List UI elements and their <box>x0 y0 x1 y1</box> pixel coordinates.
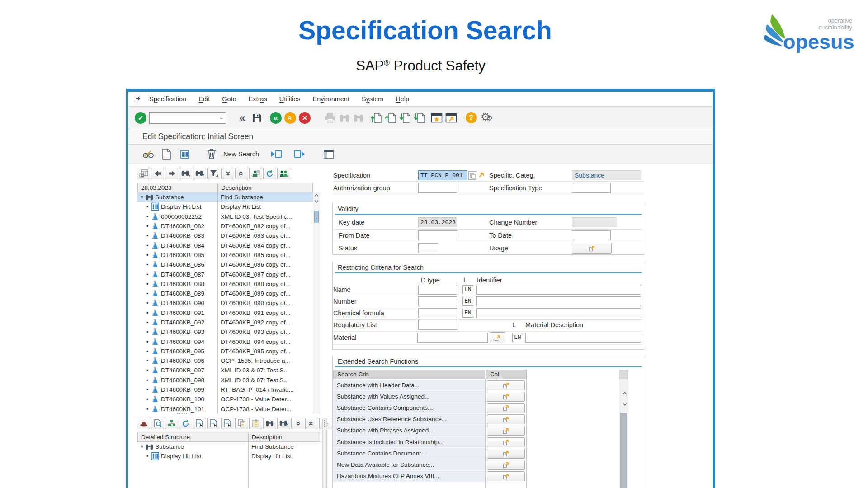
tree-row-display-hit-list[interactable]: •Display Hit ListDisplay Hit List <box>137 451 320 461</box>
org-tree-button[interactable] <box>165 418 178 429</box>
chemical-formula-identifier-field[interactable] <box>476 308 641 318</box>
ext-call-button-5[interactable] <box>487 437 525 447</box>
person-badge-button[interactable] <box>249 168 262 179</box>
doc-cursor3-button[interactable] <box>221 418 234 429</box>
tree-row-substance[interactable]: ∨SubstanceFind Substance <box>137 442 320 451</box>
arrow-left-button[interactable] <box>151 168 164 179</box>
first-page-icon[interactable] <box>370 112 382 124</box>
find-next-blue-button[interactable] <box>277 418 290 429</box>
find-icon[interactable] <box>338 112 351 124</box>
exec-next-icon[interactable] <box>293 148 306 160</box>
tree-row-dt4600kb-084[interactable]: •DT4600KB_084DT4600KB_084 copy of... <box>137 240 313 250</box>
tree-row-dt4600kb-090[interactable]: •DT4600KB_090DT4600KB_090 copy of... <box>137 298 313 308</box>
hit-tree-scrollbar[interactable] <box>313 192 320 414</box>
chevrons-down-button[interactable]: « <box>291 418 304 429</box>
chemical-formula-lang-field[interactable]: EN <box>462 309 473 318</box>
tree-row-dt4600kb-097[interactable]: •DT4600KB_097XML ID 03 & 07: Test S... <box>137 366 313 375</box>
system-menu-icon[interactable] <box>134 96 142 102</box>
ext-call-button-4[interactable] <box>487 426 525 436</box>
extended-scroll-up[interactable] <box>622 390 628 396</box>
menu-environment[interactable]: Environment <box>313 95 349 103</box>
tree-row-dt4600kb-101[interactable]: •DT4600KB_101OCP-1738 - Value Deter... <box>137 404 313 414</box>
tree-row-000000002252[interactable]: •000000002252XML ID 03: Test Specific... <box>137 212 313 221</box>
panel-splitter[interactable]: •••• <box>322 418 327 488</box>
hit-tree-col-date[interactable]: 28.03.2023 <box>138 183 218 192</box>
tree-row-dt4600kb-091[interactable]: •DT4600KB_091DT4600KB_091 copy of... <box>137 308 313 318</box>
tree-row-dt4600kb-086[interactable]: •DT4600KB_086DT4600KB_086 copy of... <box>137 260 313 269</box>
tree-row-dt4600kb-092[interactable]: •DT4600KB_092DT4600KB_092 copy of... <box>137 318 313 327</box>
name-lang-field[interactable]: EN <box>462 285 473 294</box>
search-crit-header[interactable]: Search Crit. <box>333 370 485 379</box>
number-lang-field[interactable]: EN <box>462 297 473 306</box>
tree-row-dt4600kb-083[interactable]: •DT4600KB_083DT4600KB_083 copy of... <box>137 231 313 240</box>
last-page-icon[interactable] <box>413 112 426 124</box>
up-circle-icon[interactable]: « <box>284 112 297 124</box>
from-date-field[interactable] <box>418 230 457 240</box>
display-change-icon[interactable] <box>142 148 155 160</box>
find-next-icon[interactable] <box>353 112 365 124</box>
ext-call-button-3[interactable] <box>487 414 525 424</box>
menu-specification[interactable]: Specification <box>149 95 186 103</box>
name-identifier-field[interactable] <box>476 285 641 295</box>
menu-extras[interactable]: Extras <box>249 95 267 103</box>
ext-call-button-1[interactable] <box>487 392 525 402</box>
people-button[interactable] <box>277 168 290 179</box>
refresh-button[interactable] <box>263 168 276 179</box>
calendar-grid-button[interactable]: 12 <box>137 168 150 179</box>
ext-call-button-7[interactable] <box>487 460 525 470</box>
extended-scroll-down[interactable] <box>622 401 628 407</box>
tree-row-dt4600kb-089[interactable]: •DT4600KB_089DT4600KB_089 copy of... <box>137 289 313 298</box>
material-matchcode-button[interactable] <box>490 332 505 343</box>
to-date-field[interactable] <box>572 230 611 240</box>
find-dd-button[interactable] <box>179 168 192 179</box>
number-identifier-field[interactable] <box>476 296 641 306</box>
trash-icon[interactable] <box>205 148 218 160</box>
hat-button[interactable] <box>137 418 150 429</box>
detail-tree-col-structure[interactable]: Detailed Structure <box>138 432 249 441</box>
specification-matchcode-icon[interactable] <box>478 171 485 180</box>
back-chevrons-icon[interactable]: « <box>236 112 249 124</box>
arrow-right-button[interactable] <box>165 168 178 179</box>
doc-cursor2-button[interactable] <box>207 418 220 429</box>
print-icon[interactable] <box>324 112 336 124</box>
ext-row-5[interactable]: Substance Is Included in Relationship... <box>333 436 485 448</box>
ext-row-3[interactable]: Substance Uses Reference Substance... <box>333 414 485 425</box>
specification-field[interactable]: TT_PCN_P_001 <box>418 170 467 180</box>
material-description-field[interactable] <box>525 333 641 343</box>
tree-row-dt4600kb-096[interactable]: •DT4600KB_096OCP- 1585: Introduce a... <box>137 356 313 366</box>
tree-row-dt4600kb-099[interactable]: •DT4600KB_099RT_BAG_P_014 / Invalid... <box>137 385 313 394</box>
doc-search-button[interactable] <box>151 418 164 429</box>
menu-edit[interactable]: Edit <box>198 95 210 103</box>
tree-row-dt4600kb-095[interactable]: •DT4600KB_095DT4600KB_095 copy of... <box>137 347 313 356</box>
customize-icon[interactable]: ⚙⚙ <box>478 112 491 124</box>
layout-icon[interactable] <box>322 148 335 160</box>
doc-cursor1-button[interactable] <box>193 418 206 429</box>
new-search-button[interactable]: New Search <box>223 150 259 158</box>
tree-row-dt4600kb-094[interactable]: •DT4600KB_094DT4600KB_094 copy of... <box>137 337 313 346</box>
page-up-icon[interactable] <box>384 112 397 124</box>
create-doc-icon[interactable] <box>160 148 173 160</box>
ext-call-button-2[interactable] <box>487 403 525 413</box>
ext-row-1[interactable]: Substance with Values Assigned... <box>333 391 485 402</box>
chevrons-down-button[interactable]: « <box>221 168 234 179</box>
hit-tree-col-desc[interactable]: Description <box>218 184 312 191</box>
number-idtype-field[interactable] <box>418 296 457 306</box>
page-down-icon[interactable] <box>399 112 411 124</box>
help-icon[interactable]: ? <box>465 112 477 124</box>
refresh-button[interactable] <box>179 418 192 429</box>
chemical-formula-idtype-field[interactable] <box>418 308 457 318</box>
tree-split-handle[interactable]: ••••• <box>177 410 188 416</box>
material-lang-field[interactable]: EN <box>512 333 523 342</box>
filter-button[interactable] <box>207 168 220 179</box>
chevrons-up-button[interactable]: « <box>235 168 248 179</box>
tree-row-dt4600kb-098[interactable]: •DT4600KB_098XML ID 03 & 07: Test S... <box>137 375 313 385</box>
menu-system[interactable]: System <box>362 95 383 103</box>
tree-row-display-hit-list[interactable]: •Display Hit ListDisplay Hit List <box>137 202 313 211</box>
new-session-icon[interactable] <box>430 112 443 124</box>
usage-button[interactable] <box>572 243 612 254</box>
tree-row-dt4600kb-093[interactable]: •DT4600KB_093DT4600KB_093 copy of... <box>137 327 313 337</box>
regulatory-list-field[interactable] <box>418 320 457 330</box>
ext-call-button-0[interactable] <box>487 380 525 390</box>
material-field[interactable] <box>417 333 488 343</box>
ext-row-7[interactable]: New Data Available for Substance... <box>333 459 485 470</box>
